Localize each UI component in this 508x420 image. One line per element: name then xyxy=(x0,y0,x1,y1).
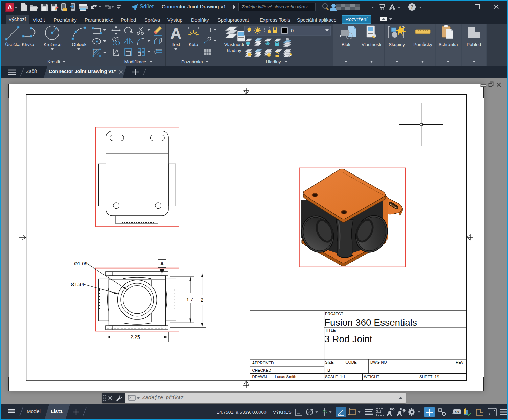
svg-text:Kružnice: Kružnice xyxy=(44,42,62,47)
svg-text:Oblouk: Oblouk xyxy=(72,42,87,47)
svg-text:Schránka: Schránka xyxy=(438,42,458,47)
svg-text:Skupiny: Skupiny xyxy=(389,42,405,47)
svg-text:A: A xyxy=(170,25,181,42)
svg-text:x.o: x.o xyxy=(455,410,459,413)
svg-text:hladiny: hladiny xyxy=(227,48,241,53)
svg-text:Kreslit: Kreslit xyxy=(47,59,60,64)
svg-text:0: 0 xyxy=(291,28,294,33)
svg-text:Vlastnosti: Vlastnosti xyxy=(362,42,382,47)
svg-text:Poznámka: Poznámka xyxy=(181,59,203,64)
svg-text:Křivka: Křivka xyxy=(22,42,34,47)
svg-text:A: A xyxy=(7,4,12,11)
svg-text:Modifikace: Modifikace xyxy=(124,59,146,64)
svg-text:?: ? xyxy=(411,4,414,10)
svg-text:Blok: Blok xyxy=(342,42,351,47)
svg-text:Pohled: Pohled xyxy=(467,42,481,47)
svg-text:Kóta: Kóta xyxy=(189,42,198,47)
svg-text:Vlastnosti: Vlastnosti xyxy=(224,42,244,47)
svg-text:Pomůcky: Pomůcky xyxy=(413,42,432,47)
svg-text:Hladiny: Hladiny xyxy=(265,59,281,64)
svg-text:Úsečka: Úsečka xyxy=(5,42,21,47)
svg-text:Text: Text xyxy=(172,42,180,47)
